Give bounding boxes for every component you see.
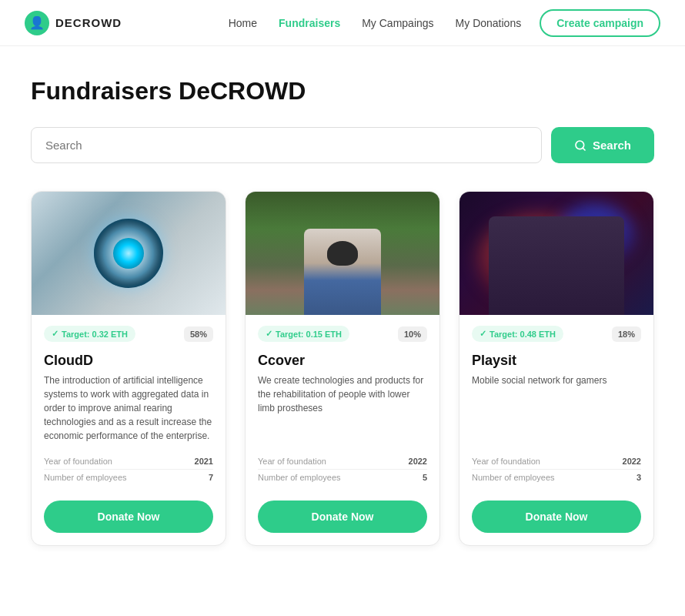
nav-campaigns[interactable]: My Campaings bbox=[362, 16, 433, 30]
logo-icon: 👤 bbox=[25, 11, 49, 35]
nav-home[interactable]: Home bbox=[229, 16, 257, 30]
logo-text: DECROWD bbox=[55, 16, 122, 29]
card-title: CloudD bbox=[44, 353, 213, 369]
target-badge: ✓ Target: 0.15 ETH bbox=[258, 326, 349, 342]
logo[interactable]: 👤 DECROWD bbox=[25, 11, 122, 35]
check-icon: ✓ bbox=[52, 329, 58, 339]
card-meta: Year of foundation 2021 Number of employ… bbox=[44, 454, 213, 485]
main-content: Fundraisers DeCROWD Search ✓ Target: 0.3… bbox=[0, 46, 685, 577]
nav-donations[interactable]: My Donations bbox=[456, 16, 522, 30]
card-image-gaming bbox=[459, 192, 653, 315]
percent-badge: 18% bbox=[612, 326, 641, 342]
search-icon bbox=[574, 139, 586, 152]
cards-grid: ✓ Target: 0.32 ETH 58% CloudD The introd… bbox=[31, 191, 654, 546]
percent-badge: 58% bbox=[184, 326, 213, 342]
nav-fundraisers[interactable]: Fundraisers bbox=[279, 16, 340, 30]
card-title: Ccover bbox=[258, 353, 427, 369]
gaming-person-shape bbox=[489, 216, 624, 315]
meta-year-row: Year of foundation 2022 bbox=[258, 454, 427, 470]
meta-year-row: Year of foundation 2021 bbox=[44, 454, 213, 470]
target-row: ✓ Target: 0.15 ETH 10% bbox=[258, 326, 427, 342]
card-image-robot bbox=[32, 192, 226, 315]
card-image-person bbox=[246, 192, 439, 315]
card-ccover: ✓ Target: 0.15 ETH 10% Ccover We create … bbox=[245, 191, 440, 546]
card-meta: Year of foundation 2022 Number of employ… bbox=[258, 454, 427, 485]
nav-links: Home Fundraisers My Campaings My Donatio… bbox=[229, 16, 521, 30]
card-body-cloudd: ✓ Target: 0.32 ETH 58% CloudD The introd… bbox=[32, 315, 226, 545]
meta-employees-row: Number of employees 5 bbox=[258, 470, 427, 485]
card-meta: Year of foundation 2022 Number of employ… bbox=[472, 454, 641, 485]
donate-button-cloudd[interactable]: Donate Now bbox=[44, 500, 213, 533]
card-body-playsit: ✓ Target: 0.48 ETH 18% Playsit Mobile so… bbox=[459, 315, 653, 545]
search-row: Search bbox=[31, 127, 654, 163]
donate-button-ccover[interactable]: Donate Now bbox=[258, 500, 427, 533]
check-icon: ✓ bbox=[266, 329, 272, 339]
card-body-ccover: ✓ Target: 0.15 ETH 10% Ccover We create … bbox=[246, 315, 439, 545]
card-description: Mobile social network for gamers bbox=[472, 373, 641, 443]
check-icon: ✓ bbox=[480, 329, 486, 339]
svg-line-1 bbox=[583, 148, 585, 150]
card-description: The introduction of artificial intellige… bbox=[44, 373, 213, 443]
card-cloudd: ✓ Target: 0.32 ETH 58% CloudD The introd… bbox=[31, 191, 226, 546]
target-row: ✓ Target: 0.48 ETH 18% bbox=[472, 326, 641, 342]
target-badge: ✓ Target: 0.48 ETH bbox=[472, 326, 563, 342]
meta-employees-row: Number of employees 7 bbox=[44, 470, 213, 485]
page-title: Fundraisers DeCROWD bbox=[31, 77, 654, 105]
search-button[interactable]: Search bbox=[551, 127, 654, 163]
percent-badge: 10% bbox=[398, 326, 427, 342]
target-row: ✓ Target: 0.32 ETH 58% bbox=[44, 326, 213, 342]
navbar: 👤 DECROWD Home Fundraisers My Campaings … bbox=[0, 0, 685, 46]
card-playsit: ✓ Target: 0.48 ETH 18% Playsit Mobile so… bbox=[459, 191, 654, 546]
target-badge: ✓ Target: 0.32 ETH bbox=[44, 326, 135, 342]
card-description: We create technologies and products for … bbox=[258, 373, 427, 443]
create-campaign-button[interactable]: Create campaign bbox=[540, 9, 660, 37]
card-title: Playsit bbox=[472, 353, 641, 369]
donate-button-playsit[interactable]: Donate Now bbox=[472, 500, 641, 533]
meta-employees-row: Number of employees 3 bbox=[472, 470, 641, 485]
search-input[interactable] bbox=[31, 127, 542, 163]
meta-year-row: Year of foundation 2022 bbox=[472, 454, 641, 470]
